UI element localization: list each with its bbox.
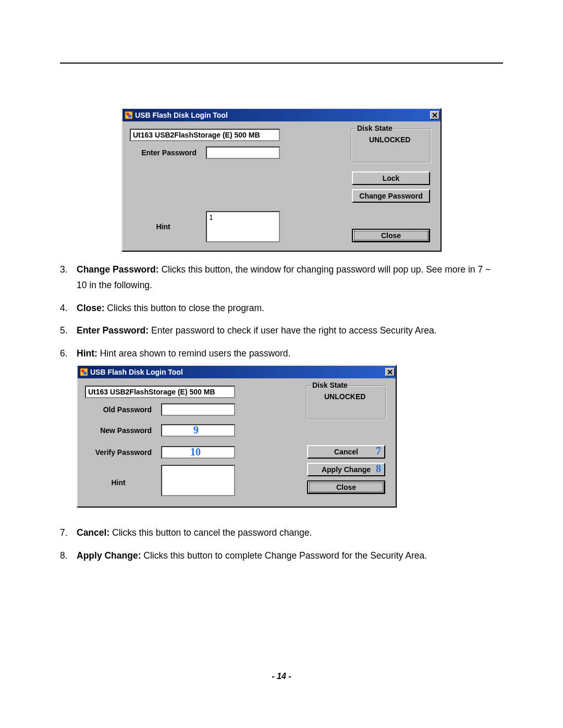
- svg-point-2: [128, 115, 131, 118]
- disk-state-value: UNLOCKED: [369, 135, 410, 144]
- close-button[interactable]: Close: [307, 480, 385, 494]
- disk-state-value: UNLOCKED: [324, 392, 365, 401]
- item-desc: Clicks this button to cancel the passwor…: [109, 527, 312, 538]
- item-term: Close:: [77, 303, 104, 313]
- window-close-button[interactable]: [385, 368, 395, 376]
- label-new-password: New Password: [85, 426, 152, 435]
- item-term: Hint:: [77, 348, 97, 359]
- instruction-list-1: 3. Change Password: Clicks this button, …: [60, 262, 503, 362]
- disk-state-group-title: Disk State: [311, 381, 349, 389]
- label-enter-password: Enter Password: [130, 149, 197, 157]
- instruction-list-2: 7. Cancel: Clicks this button to cancel …: [60, 525, 503, 564]
- disk-state-group-title: Disk State: [356, 124, 394, 132]
- enter-password-input[interactable]: [206, 146, 280, 159]
- lock-button[interactable]: Lock: [352, 171, 430, 185]
- window-close-button[interactable]: [430, 111, 439, 119]
- item-desc: Enter password to check if user have the…: [149, 325, 437, 336]
- label-hint: Hint: [85, 478, 152, 487]
- apply-change-button[interactable]: Apply Change: [307, 463, 385, 476]
- label-hint: Hint: [130, 223, 197, 231]
- title-bar: USB Flash Disk Login Tool: [78, 366, 396, 378]
- item-term: Enter Password:: [77, 325, 149, 336]
- page-number: - 14 -: [0, 672, 563, 681]
- close-icon: [432, 113, 437, 118]
- cancel-button[interactable]: Cancel: [307, 445, 385, 459]
- hint-textarea[interactable]: 1: [206, 211, 280, 242]
- window-title: USB Flash Disk Login Tool: [90, 368, 385, 376]
- login-tool-dialog-1: USB Flash Disk Login Tool Ut163 USB2Flas…: [121, 108, 442, 252]
- item-term: Change Password:: [77, 264, 159, 275]
- item-desc: Clicks this button to complete Change Pa…: [141, 550, 427, 561]
- item-number: 4.: [60, 301, 68, 316]
- item-term: Cancel:: [77, 527, 109, 538]
- item-term: Apply Change:: [77, 550, 141, 561]
- callout-7: 7: [376, 445, 381, 457]
- window-title: USB Flash Disk Login Tool: [135, 111, 430, 119]
- item-desc: Clicks this button to close the program.: [104, 303, 264, 313]
- title-bar: USB Flash Disk Login Tool: [123, 109, 440, 121]
- hint-textarea[interactable]: [161, 465, 235, 496]
- item-desc: Hint area shown to remind users the pass…: [97, 348, 291, 359]
- callout-8: 8: [376, 463, 381, 475]
- app-icon: [80, 368, 88, 376]
- header-divider: [60, 63, 503, 64]
- callout-9: 9: [193, 424, 199, 436]
- label-verify-password: Verify Password: [85, 448, 152, 456]
- login-tool-dialog-2: USB Flash Disk Login Tool Ut163 USB2Flas…: [77, 365, 397, 508]
- old-password-input[interactable]: [161, 403, 235, 416]
- close-icon: [387, 369, 393, 375]
- callout-10: 10: [190, 446, 201, 458]
- item-number: 5.: [60, 323, 68, 339]
- device-dropdown[interactable]: Ut163 USB2FlashStorage (E) 500 MB: [130, 129, 280, 141]
- close-button[interactable]: Close: [352, 229, 430, 242]
- label-old-password: Old Password: [85, 405, 152, 414]
- app-icon: [125, 111, 133, 119]
- item-number: 6.: [60, 346, 68, 362]
- disk-state-group: Disk State UNLOCKED: [351, 129, 431, 163]
- svg-point-7: [83, 372, 87, 375]
- item-number: 8.: [60, 548, 68, 564]
- item-number: 7.: [60, 525, 68, 541]
- item-number: 3.: [60, 262, 68, 278]
- device-dropdown[interactable]: Ut163 USB2FlashStorage (E) 500 MB: [85, 386, 235, 398]
- change-password-button[interactable]: Change Password: [352, 189, 430, 203]
- disk-state-group: Disk State UNLOCKED: [306, 386, 386, 420]
